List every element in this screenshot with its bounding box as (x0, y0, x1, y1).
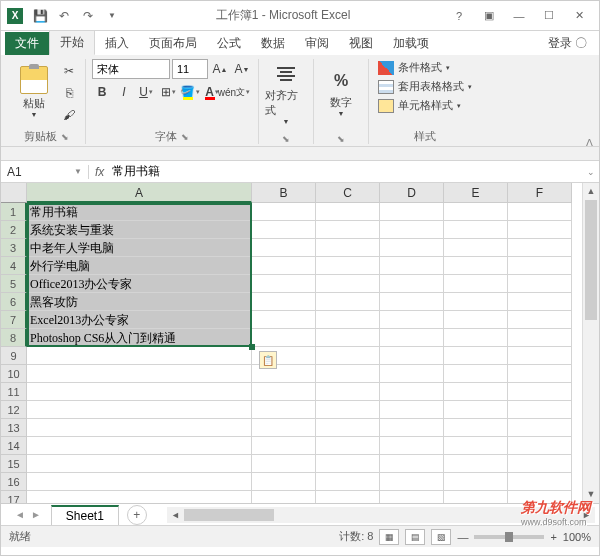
italic-button[interactable]: I (114, 82, 134, 102)
cell[interactable] (444, 257, 508, 275)
cell[interactable] (252, 293, 316, 311)
row-header[interactable]: 7 (1, 311, 27, 329)
cell[interactable] (444, 491, 508, 503)
cell[interactable] (316, 365, 380, 383)
cell[interactable] (252, 383, 316, 401)
column-header[interactable]: E (444, 183, 508, 203)
column-header[interactable]: D (380, 183, 444, 203)
cell[interactable] (380, 473, 444, 491)
cell[interactable]: 常用书籍 (27, 203, 252, 221)
cell[interactable] (252, 311, 316, 329)
cell[interactable] (252, 419, 316, 437)
zoom-out-icon[interactable]: — (457, 531, 468, 543)
row-header[interactable]: 4 (1, 257, 27, 275)
increase-font-icon[interactable]: A▲ (210, 59, 230, 79)
row-header[interactable]: 8 (1, 329, 27, 347)
cell[interactable] (27, 365, 252, 383)
maximize-icon[interactable]: ☐ (535, 6, 563, 26)
number-launcher-icon[interactable]: ⬊ (337, 134, 345, 144)
cell[interactable] (316, 257, 380, 275)
clipboard-launcher-icon[interactable]: ⬊ (61, 132, 69, 142)
cell[interactable] (508, 419, 572, 437)
cell[interactable] (380, 275, 444, 293)
cell[interactable] (444, 437, 508, 455)
cell[interactable] (27, 473, 252, 491)
undo-icon[interactable]: ↶ (55, 7, 73, 25)
cell[interactable] (252, 275, 316, 293)
cell[interactable] (380, 365, 444, 383)
row-header[interactable]: 11 (1, 383, 27, 401)
minimize-icon[interactable]: — (505, 6, 533, 26)
cell[interactable] (444, 221, 508, 239)
cell[interactable] (27, 401, 252, 419)
column-header[interactable]: B (252, 183, 316, 203)
fill-handle[interactable] (249, 344, 255, 350)
row-header[interactable]: 15 (1, 455, 27, 473)
row-header[interactable]: 5 (1, 275, 27, 293)
cell[interactable] (27, 419, 252, 437)
bold-button[interactable]: B (92, 82, 112, 102)
underline-button[interactable]: U▾ (136, 82, 156, 102)
cell[interactable] (444, 239, 508, 257)
column-header[interactable]: C (316, 183, 380, 203)
cell[interactable]: 外行学电脑 (27, 257, 252, 275)
tab-home[interactable]: 开始 (49, 30, 95, 55)
cell-styles-button[interactable]: 单元格样式 ▾ (375, 97, 475, 114)
cell[interactable] (508, 293, 572, 311)
spreadsheet-grid[interactable]: ABCDEF 1常用书籍2系统安装与重装3中老年人学电脑4外行学电脑5Offic… (1, 183, 599, 503)
font-color-button[interactable]: A▾ (202, 82, 222, 102)
zoom-slider[interactable] (474, 535, 544, 539)
cell[interactable] (444, 473, 508, 491)
vertical-scrollbar[interactable]: ▲ ▼ (582, 183, 599, 503)
cell[interactable] (316, 455, 380, 473)
tab-layout[interactable]: 页面布局 (139, 32, 207, 55)
formula-input[interactable] (108, 162, 577, 181)
fill-color-button[interactable]: 🪣▾ (180, 82, 200, 102)
decrease-font-icon[interactable]: A▼ (232, 59, 252, 79)
name-box[interactable]: A1▼ (1, 165, 89, 179)
cell[interactable] (252, 203, 316, 221)
format-table-button[interactable]: 套用表格格式 ▾ (375, 78, 475, 95)
row-header[interactable]: 1 (1, 203, 27, 221)
tab-review[interactable]: 审阅 (295, 32, 339, 55)
zoom-in-icon[interactable]: + (550, 531, 556, 543)
cell[interactable]: 中老年人学电脑 (27, 239, 252, 257)
tab-formulas[interactable]: 公式 (207, 32, 251, 55)
tab-file[interactable]: 文件 (5, 32, 49, 55)
cell[interactable] (380, 419, 444, 437)
view-layout-icon[interactable]: ▤ (405, 529, 425, 545)
add-sheet-button[interactable]: + (127, 505, 147, 525)
cell[interactable] (316, 491, 380, 503)
format-painter-icon[interactable]: 🖌 (59, 105, 79, 125)
cell[interactable] (508, 437, 572, 455)
cell[interactable] (444, 203, 508, 221)
row-header[interactable]: 2 (1, 221, 27, 239)
cell[interactable]: Excel2013办公专家 (27, 311, 252, 329)
tab-view[interactable]: 视图 (339, 32, 383, 55)
cell[interactable] (380, 491, 444, 503)
cell[interactable] (508, 383, 572, 401)
cell[interactable] (252, 329, 316, 347)
cell[interactable] (444, 311, 508, 329)
row-header[interactable]: 12 (1, 401, 27, 419)
alignment-launcher-icon[interactable]: ⬊ (282, 134, 290, 144)
cell[interactable] (252, 401, 316, 419)
row-header[interactable]: 10 (1, 365, 27, 383)
scroll-up-icon[interactable]: ▲ (583, 183, 599, 200)
redo-icon[interactable]: ↷ (79, 7, 97, 25)
cell[interactable] (508, 257, 572, 275)
expand-formula-bar-icon[interactable]: ⌄ (583, 167, 599, 177)
cell[interactable] (27, 347, 252, 365)
cell[interactable] (27, 491, 252, 503)
scroll-thumb-v[interactable] (585, 200, 597, 320)
cell[interactable] (252, 491, 316, 503)
cell[interactable] (508, 311, 572, 329)
cell[interactable]: 系统安装与重装 (27, 221, 252, 239)
cell[interactable] (444, 383, 508, 401)
cell[interactable] (508, 221, 572, 239)
cell[interactable] (508, 275, 572, 293)
copy-icon[interactable]: ⎘ (59, 83, 79, 103)
scroll-left-icon[interactable]: ◄ (167, 510, 184, 520)
cell[interactable] (380, 347, 444, 365)
sheet-nav[interactable]: ◄► (5, 509, 51, 520)
